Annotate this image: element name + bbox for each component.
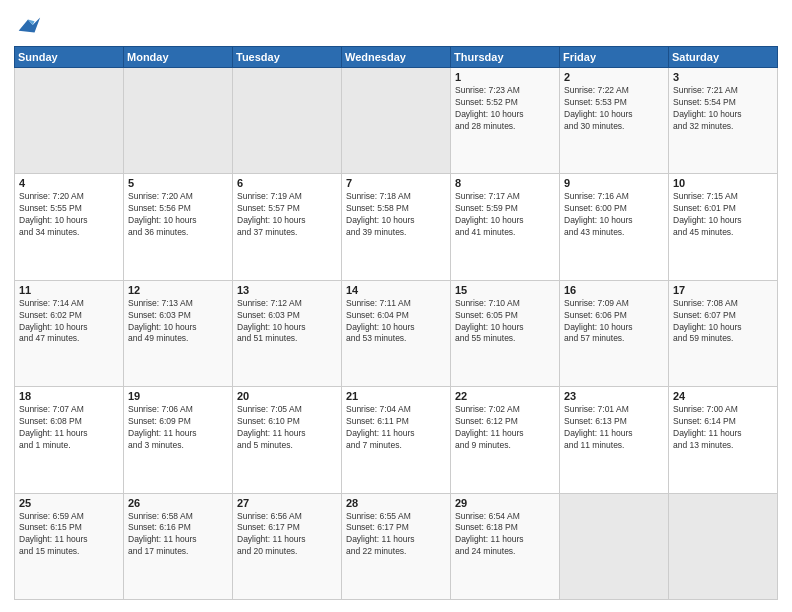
- calendar-day: 10Sunrise: 7:15 AMSunset: 6:01 PMDayligh…: [669, 174, 778, 280]
- day-info: Sunrise: 6:55 AMSunset: 6:17 PMDaylight:…: [346, 511, 446, 559]
- calendar-day: 16Sunrise: 7:09 AMSunset: 6:06 PMDayligh…: [560, 280, 669, 386]
- day-number: 5: [128, 177, 228, 189]
- day-number: 1: [455, 71, 555, 83]
- day-info: Sunrise: 6:59 AMSunset: 6:15 PMDaylight:…: [19, 511, 119, 559]
- calendar-day: 22Sunrise: 7:02 AMSunset: 6:12 PMDayligh…: [451, 387, 560, 493]
- calendar-day: 3Sunrise: 7:21 AMSunset: 5:54 PMDaylight…: [669, 68, 778, 174]
- day-number: 24: [673, 390, 773, 402]
- calendar-header-row: SundayMondayTuesdayWednesdayThursdayFrid…: [15, 47, 778, 68]
- calendar-week-2: 4Sunrise: 7:20 AMSunset: 5:55 PMDaylight…: [15, 174, 778, 280]
- day-info: Sunrise: 7:04 AMSunset: 6:11 PMDaylight:…: [346, 404, 446, 452]
- calendar-day: [669, 493, 778, 599]
- day-info: Sunrise: 7:08 AMSunset: 6:07 PMDaylight:…: [673, 298, 773, 346]
- day-info: Sunrise: 7:18 AMSunset: 5:58 PMDaylight:…: [346, 191, 446, 239]
- day-number: 12: [128, 284, 228, 296]
- calendar-day: 7Sunrise: 7:18 AMSunset: 5:58 PMDaylight…: [342, 174, 451, 280]
- day-number: 11: [19, 284, 119, 296]
- day-info: Sunrise: 7:13 AMSunset: 6:03 PMDaylight:…: [128, 298, 228, 346]
- calendar-page: SundayMondayTuesdayWednesdayThursdayFrid…: [0, 0, 792, 612]
- day-info: Sunrise: 7:22 AMSunset: 5:53 PMDaylight:…: [564, 85, 664, 133]
- day-info: Sunrise: 7:00 AMSunset: 6:14 PMDaylight:…: [673, 404, 773, 452]
- day-info: Sunrise: 7:09 AMSunset: 6:06 PMDaylight:…: [564, 298, 664, 346]
- day-number: 4: [19, 177, 119, 189]
- day-number: 22: [455, 390, 555, 402]
- day-info: Sunrise: 6:58 AMSunset: 6:16 PMDaylight:…: [128, 511, 228, 559]
- day-number: 10: [673, 177, 773, 189]
- calendar-header-tuesday: Tuesday: [233, 47, 342, 68]
- calendar-day: 14Sunrise: 7:11 AMSunset: 6:04 PMDayligh…: [342, 280, 451, 386]
- calendar-week-4: 18Sunrise: 7:07 AMSunset: 6:08 PMDayligh…: [15, 387, 778, 493]
- day-number: 6: [237, 177, 337, 189]
- calendar-day: 28Sunrise: 6:55 AMSunset: 6:17 PMDayligh…: [342, 493, 451, 599]
- day-info: Sunrise: 7:23 AMSunset: 5:52 PMDaylight:…: [455, 85, 555, 133]
- day-number: 23: [564, 390, 664, 402]
- day-info: Sunrise: 7:10 AMSunset: 6:05 PMDaylight:…: [455, 298, 555, 346]
- day-info: Sunrise: 7:20 AMSunset: 5:55 PMDaylight:…: [19, 191, 119, 239]
- day-info: Sunrise: 7:11 AMSunset: 6:04 PMDaylight:…: [346, 298, 446, 346]
- calendar-day: 2Sunrise: 7:22 AMSunset: 5:53 PMDaylight…: [560, 68, 669, 174]
- calendar-day: 26Sunrise: 6:58 AMSunset: 6:16 PMDayligh…: [124, 493, 233, 599]
- logo: [14, 12, 46, 40]
- day-number: 20: [237, 390, 337, 402]
- calendar-day: 1Sunrise: 7:23 AMSunset: 5:52 PMDaylight…: [451, 68, 560, 174]
- calendar-header-sunday: Sunday: [15, 47, 124, 68]
- calendar-day: 23Sunrise: 7:01 AMSunset: 6:13 PMDayligh…: [560, 387, 669, 493]
- day-number: 9: [564, 177, 664, 189]
- day-number: 18: [19, 390, 119, 402]
- logo-icon: [14, 12, 42, 40]
- calendar-day: 9Sunrise: 7:16 AMSunset: 6:00 PMDaylight…: [560, 174, 669, 280]
- calendar-day: 24Sunrise: 7:00 AMSunset: 6:14 PMDayligh…: [669, 387, 778, 493]
- calendar-day: 6Sunrise: 7:19 AMSunset: 5:57 PMDaylight…: [233, 174, 342, 280]
- calendar-day: 18Sunrise: 7:07 AMSunset: 6:08 PMDayligh…: [15, 387, 124, 493]
- day-info: Sunrise: 7:15 AMSunset: 6:01 PMDaylight:…: [673, 191, 773, 239]
- calendar-day: 17Sunrise: 7:08 AMSunset: 6:07 PMDayligh…: [669, 280, 778, 386]
- calendar-day: 27Sunrise: 6:56 AMSunset: 6:17 PMDayligh…: [233, 493, 342, 599]
- day-info: Sunrise: 7:07 AMSunset: 6:08 PMDaylight:…: [19, 404, 119, 452]
- calendar-day: [560, 493, 669, 599]
- day-info: Sunrise: 6:56 AMSunset: 6:17 PMDaylight:…: [237, 511, 337, 559]
- day-info: Sunrise: 7:17 AMSunset: 5:59 PMDaylight:…: [455, 191, 555, 239]
- calendar-day: 5Sunrise: 7:20 AMSunset: 5:56 PMDaylight…: [124, 174, 233, 280]
- day-info: Sunrise: 7:05 AMSunset: 6:10 PMDaylight:…: [237, 404, 337, 452]
- header: [14, 12, 778, 40]
- day-number: 28: [346, 497, 446, 509]
- calendar-header-thursday: Thursday: [451, 47, 560, 68]
- day-number: 16: [564, 284, 664, 296]
- day-number: 25: [19, 497, 119, 509]
- calendar-day: 20Sunrise: 7:05 AMSunset: 6:10 PMDayligh…: [233, 387, 342, 493]
- calendar-day: 12Sunrise: 7:13 AMSunset: 6:03 PMDayligh…: [124, 280, 233, 386]
- day-number: 8: [455, 177, 555, 189]
- calendar-header-friday: Friday: [560, 47, 669, 68]
- calendar-day: 15Sunrise: 7:10 AMSunset: 6:05 PMDayligh…: [451, 280, 560, 386]
- svg-marker-0: [19, 18, 40, 33]
- calendar-day: [15, 68, 124, 174]
- day-info: Sunrise: 7:21 AMSunset: 5:54 PMDaylight:…: [673, 85, 773, 133]
- day-number: 13: [237, 284, 337, 296]
- day-number: 29: [455, 497, 555, 509]
- day-number: 3: [673, 71, 773, 83]
- day-number: 14: [346, 284, 446, 296]
- day-info: Sunrise: 7:20 AMSunset: 5:56 PMDaylight:…: [128, 191, 228, 239]
- day-number: 19: [128, 390, 228, 402]
- day-number: 27: [237, 497, 337, 509]
- calendar-day: [342, 68, 451, 174]
- day-info: Sunrise: 7:12 AMSunset: 6:03 PMDaylight:…: [237, 298, 337, 346]
- day-number: 7: [346, 177, 446, 189]
- day-info: Sunrise: 7:14 AMSunset: 6:02 PMDaylight:…: [19, 298, 119, 346]
- day-info: Sunrise: 7:06 AMSunset: 6:09 PMDaylight:…: [128, 404, 228, 452]
- calendar-week-1: 1Sunrise: 7:23 AMSunset: 5:52 PMDaylight…: [15, 68, 778, 174]
- calendar-day: 11Sunrise: 7:14 AMSunset: 6:02 PMDayligh…: [15, 280, 124, 386]
- calendar-day: 29Sunrise: 6:54 AMSunset: 6:18 PMDayligh…: [451, 493, 560, 599]
- day-info: Sunrise: 7:01 AMSunset: 6:13 PMDaylight:…: [564, 404, 664, 452]
- calendar-day: 4Sunrise: 7:20 AMSunset: 5:55 PMDaylight…: [15, 174, 124, 280]
- calendar-table: SundayMondayTuesdayWednesdayThursdayFrid…: [14, 46, 778, 600]
- calendar-day: 19Sunrise: 7:06 AMSunset: 6:09 PMDayligh…: [124, 387, 233, 493]
- calendar-header-monday: Monday: [124, 47, 233, 68]
- day-number: 17: [673, 284, 773, 296]
- calendar-day: [124, 68, 233, 174]
- calendar-header-saturday: Saturday: [669, 47, 778, 68]
- day-number: 15: [455, 284, 555, 296]
- calendar-header-wednesday: Wednesday: [342, 47, 451, 68]
- day-number: 21: [346, 390, 446, 402]
- day-info: Sunrise: 6:54 AMSunset: 6:18 PMDaylight:…: [455, 511, 555, 559]
